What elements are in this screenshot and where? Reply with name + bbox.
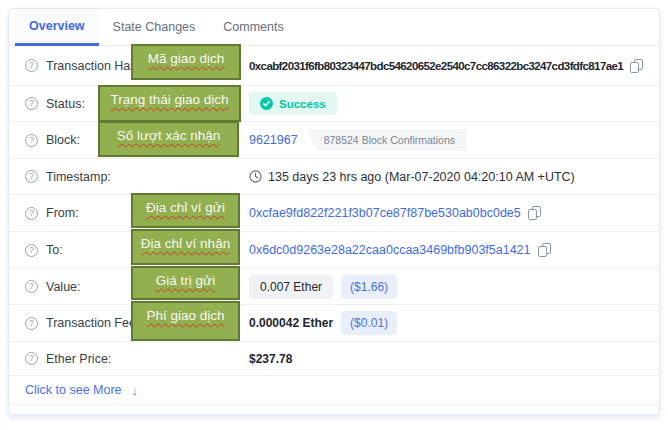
row-from: ? From: 0xcfae9fd822f221f3b07ce87f87be53…: [9, 195, 659, 232]
tab-bar: Overview State Changes Comments: [9, 9, 659, 46]
row-value: ? Value: 0.007 Ether ($1.66): [9, 269, 659, 305]
transaction-card: Overview State Changes Comments ? Transa…: [8, 8, 660, 415]
status-badge: Success: [249, 92, 337, 115]
row-timestamp: ? Timestamp: 135 days 23 hrs ago (Mar-07…: [9, 159, 659, 195]
timestamp-label-cell: ? Timestamp:: [25, 170, 249, 184]
annotation-fee: Phí giao dịch: [131, 301, 240, 341]
row-ether-price: ? Ether Price: $237.78: [9, 342, 659, 376]
block-number-link[interactable]: 9621967: [249, 133, 298, 147]
row-transaction-hash: ? Transaction Hash: 0xcabf2031f6fb803234…: [9, 46, 659, 86]
value-label: Value:: [46, 280, 81, 294]
to-label: To:: [46, 243, 63, 257]
annotation-block: Số lượt xác nhận: [98, 121, 239, 157]
ether-price-value: $237.78: [249, 352, 292, 366]
see-more-link[interactable]: Click to see More ↓: [25, 383, 138, 398]
from-label: From:: [46, 206, 79, 220]
value-ether-badge: 0.007 Ether: [249, 275, 333, 299]
status-label: Status:: [46, 97, 85, 111]
see-more-label: Click to see More: [25, 383, 122, 397]
help-icon[interactable]: ?: [25, 207, 38, 220]
timestamp-label: Timestamp:: [46, 170, 111, 184]
transaction-hash-value: 0xcabf2031f6fb80323447bdc54620652e2540c7…: [249, 60, 623, 72]
check-circle-icon: [260, 97, 273, 110]
status-value: Success: [279, 98, 326, 110]
annotation-to: Địa chỉ ví nhận: [131, 229, 240, 265]
ether-price-label: Ether Price:: [46, 352, 111, 366]
row-see-more: Click to see More ↓: [9, 376, 659, 405]
transaction-details-page: Overview State Changes Comments ? Transa…: [0, 0, 668, 430]
to-address-link[interactable]: 0x6dc0d9263e28a22caa0ccaa3469bfb903f5a14…: [249, 243, 531, 257]
help-icon[interactable]: ?: [25, 352, 38, 365]
fee-usd-badge: ($0.01): [341, 311, 397, 335]
help-icon[interactable]: ?: [25, 59, 38, 72]
fee-label: Transaction Fee:: [46, 316, 139, 330]
fee-ether-value: 0.000042 Ether: [249, 316, 333, 330]
clock-icon: [249, 170, 262, 183]
block-confirmations-badge: 878524 Block Confirmations: [306, 129, 466, 151]
row-to: ? To: 0x6dc0d9263e28a22caa0ccaa3469bfb90…: [9, 232, 659, 269]
help-icon[interactable]: ?: [25, 134, 38, 147]
copy-icon[interactable]: [538, 243, 551, 257]
ether-price-label-cell: ? Ether Price:: [25, 352, 249, 366]
help-icon[interactable]: ?: [25, 170, 38, 183]
down-arrow-icon: ↓: [132, 383, 139, 398]
copy-icon[interactable]: [528, 206, 541, 220]
row-transaction-fee: ? Transaction Fee: 0.000042 Ether ($0.01…: [9, 305, 659, 342]
from-address-link[interactable]: 0xcfae9fd822f221f3b07ce87f87be530ab0bc0d…: [249, 206, 521, 220]
help-icon[interactable]: ?: [25, 317, 38, 330]
tab-state-changes[interactable]: State Changes: [99, 9, 210, 45]
tab-comments[interactable]: Comments: [209, 9, 297, 45]
timestamp-value: 135 days 23 hrs ago (Mar-07-2020 04:20:1…: [268, 170, 575, 184]
annotation-value: Giá trị gửi: [131, 266, 240, 300]
tab-overview[interactable]: Overview: [15, 9, 99, 46]
annotation-transaction-hash: Mã giao dịch: [131, 44, 241, 80]
annotation-status: Trạng thái giao dịch: [98, 85, 241, 122]
help-icon[interactable]: ?: [25, 280, 38, 293]
help-icon[interactable]: ?: [25, 244, 38, 257]
copy-icon[interactable]: [630, 59, 643, 73]
block-label: Block:: [46, 133, 80, 147]
value-usd-badge: ($1.66): [341, 275, 397, 299]
annotation-from: Địa chỉ ví gửi: [131, 193, 240, 228]
help-icon[interactable]: ?: [25, 97, 38, 110]
